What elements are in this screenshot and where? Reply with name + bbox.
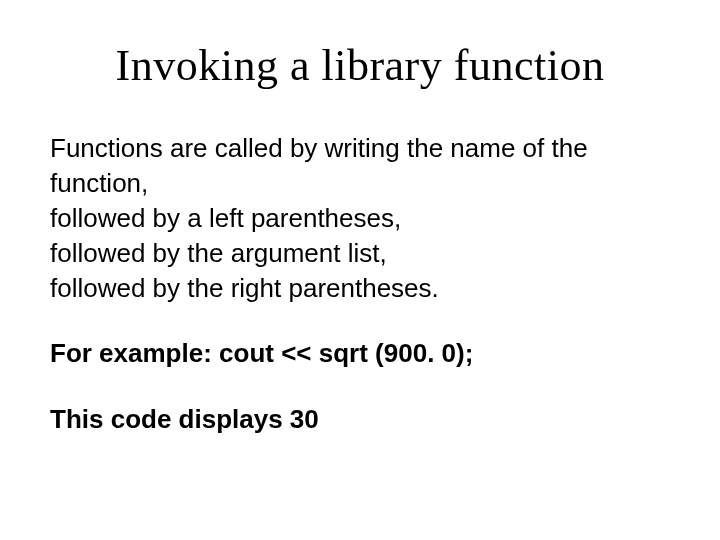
body-line-1: Functions are called by writing the name… (50, 131, 670, 201)
body-line-2: followed by a left parentheses, (50, 201, 670, 236)
spacer (50, 306, 670, 336)
slide-title: Invoking a library function (50, 40, 670, 91)
slide: Invoking a library function Functions ar… (0, 0, 720, 540)
body-line-3: followed by the argument list, (50, 236, 670, 271)
spacer (50, 372, 670, 402)
body-text: Functions are called by writing the name… (50, 131, 670, 437)
result-line: This code displays 30 (50, 402, 670, 437)
example-line: For example: cout << sqrt (900. 0); (50, 336, 670, 371)
body-line-4: followed by the right parentheses. (50, 271, 670, 306)
